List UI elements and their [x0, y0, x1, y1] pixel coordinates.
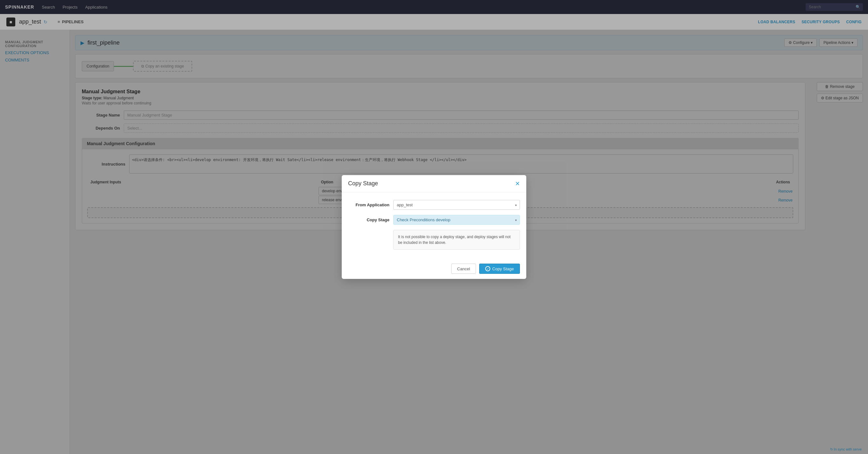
- checkmark-icon: ✓: [487, 267, 489, 271]
- check-circle-icon: ✓: [485, 266, 490, 271]
- copy-stage-select[interactable]: Check Preconditions develop: [393, 215, 520, 225]
- cancel-button[interactable]: Cancel: [451, 264, 476, 274]
- copy-stage-select-row: Copy Stage Check Preconditions develop ▾: [348, 215, 520, 225]
- copy-stage-select-wrapper: Check Preconditions develop ▾: [393, 215, 520, 225]
- from-application-select[interactable]: app_test: [393, 200, 520, 210]
- copy-stage-select-label: Copy Stage: [348, 217, 390, 222]
- modal-title: Copy Stage: [348, 180, 378, 187]
- copy-stage-button[interactable]: ✓ Copy Stage: [479, 264, 520, 274]
- modal-overlay: Copy Stage ✕ From Application app_test ▾…: [0, 0, 868, 454]
- from-application-row: From Application app_test ▾: [348, 200, 520, 210]
- copy-stage-modal: Copy Stage ✕ From Application app_test ▾…: [342, 175, 526, 279]
- from-application-label: From Application: [348, 203, 390, 207]
- modal-note: It is not possible to copy a deploy stag…: [393, 230, 520, 250]
- modal-footer: Cancel ✓ Copy Stage: [342, 260, 526, 279]
- from-application-select-wrapper: app_test ▾: [393, 200, 520, 210]
- modal-header: Copy Stage ✕: [342, 175, 526, 192]
- modal-close-button[interactable]: ✕: [515, 181, 520, 187]
- modal-body: From Application app_test ▾ Copy Stage C…: [342, 192, 526, 260]
